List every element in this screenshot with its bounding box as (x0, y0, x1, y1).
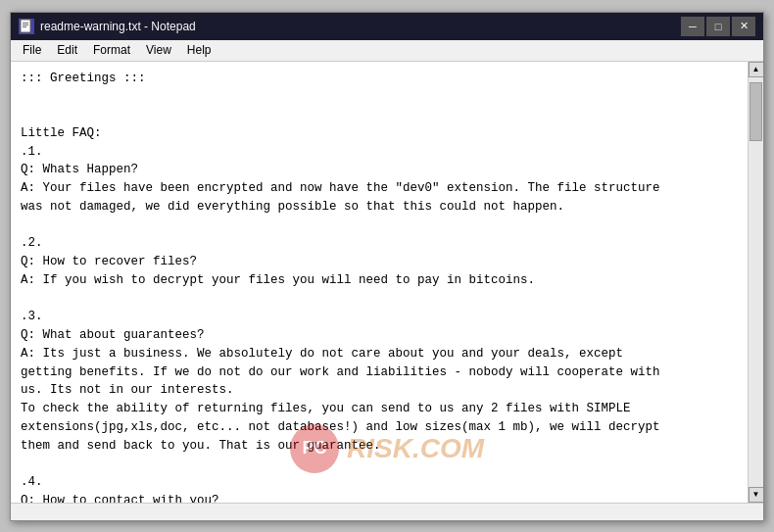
menu-format[interactable]: Format (85, 41, 138, 59)
menu-edit[interactable]: Edit (49, 41, 85, 59)
maximize-button[interactable]: □ (706, 17, 730, 36)
menu-help[interactable]: Help (179, 41, 219, 59)
text-editor[interactable]: ::: Greetings ::: Little FAQ: .1. Q: Wha… (11, 62, 748, 503)
close-button[interactable]: ✕ (732, 17, 755, 36)
scroll-track[interactable] (749, 77, 763, 487)
scroll-up-button[interactable]: ▲ (749, 62, 764, 77)
app-icon (19, 19, 34, 34)
window-controls: ─ □ ✕ (681, 17, 755, 36)
minimize-button[interactable]: ─ (681, 17, 704, 36)
title-bar: readme-warning.txt - Notepad ─ □ ✕ (11, 13, 763, 40)
window-title: readme-warning.txt - Notepad (40, 20, 681, 33)
scroll-down-button[interactable]: ▼ (749, 487, 764, 503)
svg-rect-3 (23, 26, 26, 27)
menu-view[interactable]: View (138, 41, 179, 59)
svg-rect-0 (21, 20, 30, 32)
menu-file[interactable]: File (15, 41, 49, 59)
status-bar (11, 503, 763, 520)
svg-rect-1 (23, 23, 28, 24)
svg-rect-2 (23, 24, 28, 25)
content-area: ::: Greetings ::: Little FAQ: .1. Q: Wha… (11, 62, 763, 503)
scrollbar[interactable]: ▲ ▼ (748, 62, 763, 503)
menu-bar: File Edit Format View Help (11, 40, 763, 62)
notepad-window: readme-warning.txt - Notepad ─ □ ✕ File … (10, 12, 764, 521)
scroll-thumb[interactable] (750, 82, 762, 141)
